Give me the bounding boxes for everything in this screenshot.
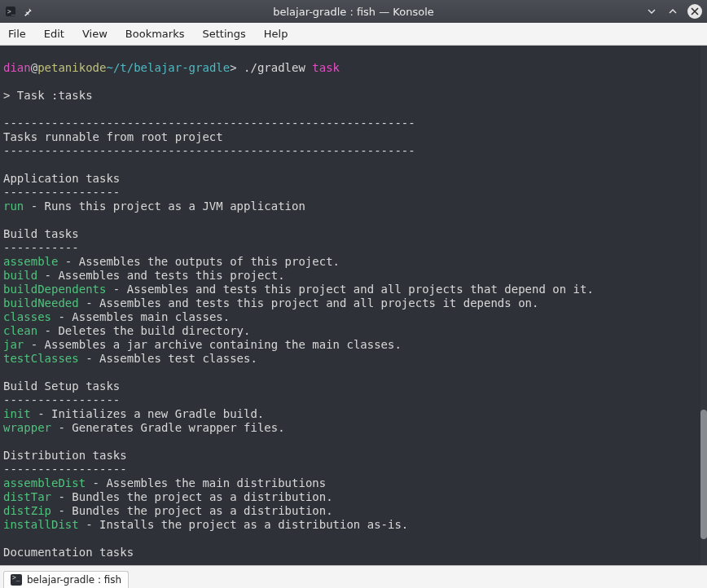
task-buildDependents-desc: - Assembles and tests this project and a… (106, 283, 593, 296)
out-dist-rule: ------------------ (3, 463, 127, 476)
task-clean: clean (3, 324, 37, 337)
menu-edit[interactable]: Edit (44, 28, 64, 40)
task-jar: jar (3, 338, 24, 351)
task-clean-desc: - Deletes the build directory. (37, 324, 250, 337)
task-distZip-desc: - Bundles the project as a distribution. (51, 504, 333, 517)
task-testClasses: testClasses (3, 352, 79, 365)
terminal-icon (11, 574, 22, 586)
task-buildDependents: buildDependents (3, 283, 106, 296)
minimize-button[interactable] (645, 5, 658, 18)
task-run: run (3, 200, 24, 213)
out-doc-rule: ------------------- (3, 559, 134, 565)
task-assembleDist: assembleDist (3, 476, 86, 489)
out-build-rule: ----------- (3, 241, 79, 254)
menu-help[interactable]: Help (264, 28, 288, 40)
out-rule1: ----------------------------------------… (3, 116, 415, 129)
tab-bar: belajar-gradle : fish (0, 565, 707, 588)
out-task-header: > Task :tasks (3, 89, 93, 102)
prompt-user: dian (3, 61, 31, 74)
out-bsetup-rule: ----------------- (3, 393, 120, 406)
out-root-line: Tasks runnable from root project (3, 130, 223, 143)
menu-file[interactable]: File (8, 28, 26, 40)
task-distZip: distZip (3, 504, 51, 517)
task-assemble-desc: - Assembles the outputs of this project. (58, 255, 340, 268)
prompt-path: ~/t/belajar-gradle (106, 61, 230, 74)
task-installDist: installDist (3, 518, 79, 531)
close-button[interactable] (687, 4, 702, 19)
menu-bookmarks[interactable]: Bookmarks (125, 28, 185, 40)
prompt-caret: > (230, 61, 244, 74)
terminal-scrollbar[interactable] (700, 46, 707, 565)
tab-active[interactable]: belajar-gradle : fish (3, 571, 129, 588)
task-classes-desc: - Assembles main classes. (51, 310, 230, 323)
window-buttons (645, 4, 702, 19)
out-dist-header: Distribution tasks (3, 449, 127, 462)
task-run-desc: - Runs this project as a JVM application (24, 200, 305, 213)
task-jar-desc: - Assembles a jar archive containing the… (24, 338, 402, 351)
task-classes: classes (3, 310, 51, 323)
menu-view[interactable]: View (82, 28, 108, 40)
prompt-at: @ (31, 61, 37, 74)
task-init: init (3, 407, 31, 420)
task-build-desc: - Assembles and tests this project. (37, 269, 284, 282)
prompt-cmd: ./gradlew (244, 61, 312, 74)
menu-settings[interactable]: Settings (202, 28, 245, 40)
maximize-button[interactable] (666, 5, 679, 18)
out-app-header: Application tasks (3, 172, 120, 185)
task-distTar-desc: - Bundles the project as a distribution. (51, 490, 333, 503)
task-buildNeeded-desc: - Assembles and tests this project and a… (79, 296, 539, 309)
out-doc-header: Documentation tasks (3, 546, 134, 559)
terminal-viewport[interactable]: dian@petanikode~/t/belajar-gradle> ./gra… (0, 46, 707, 565)
window-title: belajar-gradle : fish — Konsole (0, 6, 707, 18)
task-assemble: assemble (3, 255, 58, 268)
task-init-desc: - Initializes a new Gradle build. (31, 407, 265, 420)
prompt-host: petanikode (37, 61, 106, 74)
app-menu-icon[interactable]: >_ (5, 6, 16, 17)
out-build-header: Build tasks (3, 227, 79, 240)
task-wrapper: wrapper (3, 421, 51, 434)
pin-icon[interactable] (23, 7, 33, 17)
out-rule2: ----------------------------------------… (3, 144, 415, 157)
task-distTar: distTar (3, 490, 51, 503)
out-app-rule: ----------------- (3, 186, 120, 199)
task-buildNeeded: buildNeeded (3, 296, 79, 309)
prompt-cmd-arg: task (312, 61, 340, 74)
out-bsetup-header: Build Setup tasks (3, 380, 120, 393)
task-testClasses-desc: - Assembles test classes. (79, 352, 257, 365)
task-build: build (3, 269, 37, 282)
task-assembleDist-desc: - Assembles the main distributions (86, 476, 326, 489)
scrollbar-thumb[interactable] (700, 410, 707, 540)
task-installDist-desc: - Installs the project as a distribution… (79, 518, 409, 531)
tab-label: belajar-gradle : fish (27, 574, 121, 586)
task-wrapper-desc: - Generates Gradle wrapper files. (51, 421, 285, 434)
titlebar-left-icons: >_ (5, 6, 33, 17)
svg-text:>_: >_ (7, 8, 15, 15)
menu-bar: File Edit View Bookmarks Settings Help (0, 23, 707, 46)
window-titlebar: >_ belajar-gradle : fish — Konsole (0, 0, 707, 23)
